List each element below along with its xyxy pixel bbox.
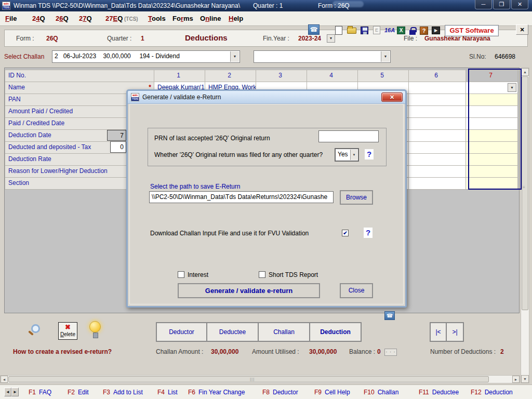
challan-combo-arrow-icon[interactable]: ▼ (230, 51, 239, 62)
excel-export-icon[interactable]: X (397, 26, 405, 34)
menu-27q[interactable]: 27Q (79, 15, 92, 22)
search-magnifier-icon[interactable] (31, 324, 40, 333)
tip-bulb-icon[interactable] (89, 321, 101, 332)
grid-cell-r1-c6[interactable] (409, 82, 466, 94)
toolbar-close-icon[interactable]: ✕ (516, 24, 528, 35)
balance-more-button[interactable]: · · · (384, 349, 397, 356)
column-header-6[interactable]: 6 (409, 70, 466, 82)
fkey-f3[interactable]: F3Add to List (103, 389, 143, 396)
grid-cell-r9-c6[interactable] (409, 178, 466, 190)
tab-deductee[interactable]: Deductee (207, 322, 259, 342)
fkey-scroll-left-icon[interactable]: ◄ (4, 388, 11, 396)
menu-27eq-tcs[interactable]: 27EQ (TCS) (105, 15, 138, 22)
menu-online[interactable]: Online (200, 15, 221, 22)
vertical-scroll-thumb[interactable] (522, 76, 528, 310)
menu-file[interactable]: File (5, 15, 17, 22)
nav-first-button[interactable]: |< (430, 322, 447, 342)
grid-cell-r6-c7[interactable] (466, 142, 518, 154)
fkey-f1[interactable]: F1FAQ (29, 389, 51, 396)
horizontal-scroll-thumb[interactable] (8, 376, 489, 382)
grid-cell-r7-c6[interactable] (409, 154, 466, 166)
tab-challan[interactable]: Challan (259, 322, 310, 342)
dialog-phone-icon[interactable]: ☎ (384, 311, 395, 320)
video-tutorial-icon[interactable]: ▶ (432, 26, 440, 34)
form-16a-icon[interactable]: 16A (384, 27, 395, 33)
scroll-up-icon[interactable]: ▲ (521, 68, 529, 76)
scroll-down-icon[interactable]: ▼ (521, 375, 529, 383)
lock-icon[interactable] (409, 30, 416, 35)
grid-cell-r3-c7[interactable] (466, 106, 518, 118)
revised-ereturn-link[interactable]: How to create a revised e-return? (13, 348, 112, 355)
column-header-4[interactable]: 4 (307, 70, 358, 82)
generate-validate-button[interactable]: Generate / validate e-return (178, 283, 320, 298)
path-input[interactable]: \\PC2-50\D\Winman_Data\Tds Data\eReturns… (149, 191, 334, 203)
scroll-left-icon[interactable]: ◄ (1, 376, 8, 383)
deducted-tax-cell-editor[interactable]: 0 (110, 141, 126, 153)
close-button[interactable]: ✕ (511, 0, 528, 9)
open-file-icon[interactable] (347, 28, 356, 34)
minimize-button[interactable]: ─ (475, 0, 492, 9)
new-file-icon[interactable] (335, 26, 342, 35)
menu-26q[interactable]: 26Q (56, 15, 69, 22)
grid-cell-r1-c7[interactable]: ▼ (466, 82, 518, 94)
grid-cell-r7-c7[interactable] (466, 154, 518, 166)
grid-cell-r4-c6[interactable] (409, 118, 466, 130)
whether-dropdown-arrow-icon[interactable]: ▼ (350, 150, 357, 160)
delete-button[interactable]: ✖ Delete (58, 322, 77, 340)
menu-24q[interactable]: 24Q (32, 15, 45, 22)
grid-cell-r5-c6[interactable] (409, 130, 466, 142)
save-icon[interactable] (361, 26, 368, 34)
fkey-f9[interactable]: F9Cell Help (314, 389, 350, 396)
secondary-combo[interactable]: ▼ (254, 50, 391, 63)
grid-cell-r6-c6[interactable] (409, 142, 466, 154)
fkey-f10[interactable]: F10Challan (364, 389, 398, 396)
menu-help[interactable]: Help (229, 15, 243, 22)
help-book-icon[interactable]: ? (420, 26, 428, 35)
download-help-icon[interactable]: ? (364, 228, 373, 238)
phone-support-icon[interactable]: ☎ (308, 24, 320, 35)
download-challan-checkbox[interactable]: ✔ (342, 230, 349, 236)
fkey-f12[interactable]: F12Deduction (471, 389, 513, 396)
horizontal-scrollbar[interactable]: ◄ ||| ► (0, 375, 520, 383)
fkey-scroll-right-icon[interactable]: ► (11, 388, 19, 396)
fkey-f2[interactable]: F2Edit (68, 389, 89, 396)
fkey-f8[interactable]: F8Deductor (262, 389, 298, 396)
cell-dropdown-arrow-icon[interactable]: ▼ (508, 83, 516, 92)
column-header-5[interactable]: 5 (358, 70, 409, 82)
grid-cell-r8-c6[interactable] (409, 166, 466, 178)
tab-deductor[interactable]: Deductor (156, 322, 207, 342)
gst-software-button[interactable]: GST Software (445, 25, 499, 36)
menu-tools[interactable]: Tools (148, 15, 166, 22)
fkey-f4[interactable]: F4List (157, 389, 178, 396)
dialog-close-button[interactable]: ✕ (381, 92, 403, 102)
column-header-1[interactable]: 1 (154, 70, 205, 82)
interest-checkbox[interactable] (178, 271, 184, 278)
grid-cell-r8-c7[interactable] (466, 166, 518, 178)
tab-deduction[interactable]: Deduction (310, 322, 362, 342)
grid-cell-r4-c7[interactable] (466, 118, 518, 130)
nav-last-button[interactable]: >| (447, 322, 464, 342)
scroll-right-icon[interactable]: ► (512, 376, 520, 383)
grid-cell-r3-c6[interactable] (409, 106, 466, 118)
prn-input[interactable] (318, 130, 379, 142)
restore-button[interactable]: ❐ (493, 0, 510, 9)
menu-forms[interactable]: Forms (172, 15, 193, 22)
column-header-3[interactable]: 3 (256, 70, 307, 82)
grid-cell-r2-c6[interactable] (409, 94, 466, 106)
column-header-7[interactable]: 7 (466, 70, 518, 82)
column-header-2[interactable]: 2 (205, 70, 256, 82)
grid-cell-r9-c7[interactable] (466, 178, 518, 190)
grid-cell-r5-c7[interactable] (466, 130, 518, 142)
short-tds-checkbox[interactable] (259, 271, 265, 278)
deduction-date-cell-editor[interactable]: 7 (107, 130, 126, 141)
fkey-f6[interactable]: F6Fin Year Change (188, 389, 245, 396)
vertical-scrollbar[interactable]: ▲ ≡ ▼ (521, 68, 529, 383)
secondary-combo-arrow-icon[interactable]: ▼ (381, 51, 390, 62)
whether-other-quarter-select[interactable]: Yes ▼ (335, 148, 359, 162)
grid-cell-r2-c7[interactable] (466, 94, 518, 106)
browse-button[interactable]: Browse (340, 190, 373, 205)
finyear-dropdown-arrow-icon[interactable]: ▼ (327, 34, 335, 43)
challan-select-combo[interactable]: 2 06-Jul-2023 30,00,000 194 - Dividend ▼ (52, 50, 240, 63)
fkey-f11[interactable]: F11Deductee (419, 389, 459, 396)
dialog-close-btn[interactable]: Close (340, 283, 373, 298)
